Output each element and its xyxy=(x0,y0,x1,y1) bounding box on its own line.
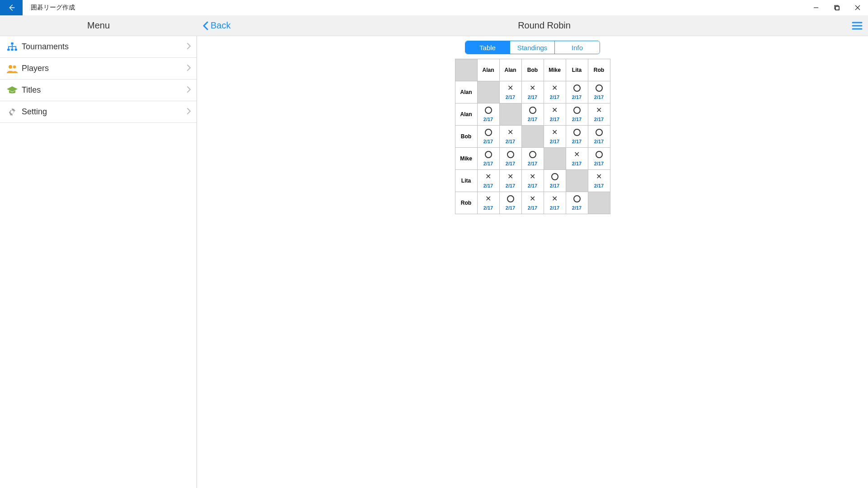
close-icon xyxy=(855,5,860,10)
view-segmented-control: Table Standings Info xyxy=(465,41,600,54)
result-cell[interactable]: 2/17 xyxy=(588,126,610,148)
result-date: 2/17 xyxy=(594,94,604,100)
sidebar-item-players[interactable]: Players xyxy=(0,58,197,80)
win-mark-icon xyxy=(573,195,581,202)
tab-info[interactable]: Info xyxy=(555,41,600,54)
window-maximize-button[interactable] xyxy=(826,0,847,15)
result-cell[interactable] xyxy=(544,148,566,170)
chevron-right-icon xyxy=(187,43,191,51)
result-date: 2/17 xyxy=(594,139,604,144)
arrow-left-icon xyxy=(7,4,15,12)
result-cell[interactable]: ✕2/17 xyxy=(544,126,566,148)
result-date: 2/17 xyxy=(506,161,515,166)
result-cell[interactable]: 2/17 xyxy=(477,103,499,126)
result-cell[interactable]: 2/17 xyxy=(499,148,521,170)
result-cell[interactable] xyxy=(499,103,521,126)
chevron-right-icon xyxy=(187,65,191,73)
loss-mark-icon: ✕ xyxy=(552,129,558,136)
sidebar-item-label: Players xyxy=(19,64,187,73)
svg-rect-3 xyxy=(11,42,13,45)
result-date: 2/17 xyxy=(506,205,515,211)
round-robin-table: AlanAlanBobMikeLitaRobAlan✕2/17✕2/17✕2/1… xyxy=(455,59,610,214)
result-cell[interactable]: ✕2/17 xyxy=(521,192,544,214)
result-cell[interactable]: 2/17 xyxy=(521,103,544,126)
result-date: 2/17 xyxy=(572,139,582,144)
result-date: 2/17 xyxy=(550,94,559,100)
result-cell[interactable] xyxy=(566,170,588,192)
minimize-icon xyxy=(813,5,819,10)
result-date: 2/17 xyxy=(572,161,582,166)
back-button-label: Back xyxy=(211,20,230,31)
result-date: 2/17 xyxy=(528,94,537,100)
svg-rect-6 xyxy=(14,48,17,51)
result-cell[interactable]: ✕2/17 xyxy=(588,103,610,126)
chevron-right-icon xyxy=(187,108,191,116)
result-cell[interactable]: ✕2/17 xyxy=(521,81,544,103)
svg-rect-4 xyxy=(7,48,9,51)
result-date: 2/17 xyxy=(506,183,515,188)
table-row-header: Lita xyxy=(455,170,477,192)
result-cell[interactable]: 2/17 xyxy=(566,192,588,214)
result-cell[interactable] xyxy=(521,126,544,148)
result-date: 2/17 xyxy=(528,205,537,211)
result-cell[interactable]: ✕2/17 xyxy=(521,170,544,192)
result-date: 2/17 xyxy=(572,117,582,122)
window-minimize-button[interactable] xyxy=(806,0,826,15)
table-col-header: Lita xyxy=(566,59,588,81)
table-row-header: Rob xyxy=(455,192,477,214)
sidebar-item-label: Titles xyxy=(19,85,187,95)
result-cell[interactable]: 2/17 xyxy=(499,192,521,214)
loss-mark-icon: ✕ xyxy=(485,173,491,180)
result-cell[interactable] xyxy=(588,192,610,214)
sidebar-item-label: Tournaments xyxy=(19,42,187,52)
result-date: 2/17 xyxy=(594,161,604,166)
result-cell[interactable]: 2/17 xyxy=(566,103,588,126)
result-cell[interactable]: ✕2/17 xyxy=(544,192,566,214)
result-cell[interactable]: 2/17 xyxy=(566,126,588,148)
sidebar: Tournaments Players Titles Setting xyxy=(0,36,197,488)
win-mark-icon xyxy=(551,173,558,180)
graduation-cap-icon xyxy=(5,86,19,94)
result-cell[interactable]: 2/17 xyxy=(477,126,499,148)
table-col-header: Mike xyxy=(544,59,566,81)
hamburger-menu-button[interactable] xyxy=(846,15,868,36)
result-cell[interactable]: ✕2/17 xyxy=(566,148,588,170)
tab-table[interactable]: Table xyxy=(465,41,510,54)
svg-rect-5 xyxy=(11,48,13,51)
result-cell[interactable]: 2/17 xyxy=(521,148,544,170)
table-col-header: Alan xyxy=(477,59,499,81)
table-corner-cell xyxy=(455,59,477,81)
menu-heading: Menu xyxy=(87,20,110,31)
result-cell[interactable]: 2/17 xyxy=(566,81,588,103)
result-cell[interactable]: 2/17 xyxy=(544,170,566,192)
sidebar-item-setting[interactable]: Setting xyxy=(0,101,197,123)
result-date: 2/17 xyxy=(483,205,493,211)
result-cell[interactable] xyxy=(477,81,499,103)
result-cell[interactable]: ✕2/17 xyxy=(477,170,499,192)
loss-mark-icon: ✕ xyxy=(530,173,535,180)
result-cell[interactable]: 2/17 xyxy=(588,81,610,103)
sidebar-item-titles[interactable]: Titles xyxy=(0,80,197,101)
tab-standings[interactable]: Standings xyxy=(510,41,555,54)
result-cell[interactable]: 2/17 xyxy=(477,148,499,170)
result-cell[interactable]: ✕2/17 xyxy=(499,81,521,103)
result-date: 2/17 xyxy=(483,139,493,144)
loss-mark-icon: ✕ xyxy=(596,107,602,114)
result-cell[interactable]: ✕2/17 xyxy=(499,126,521,148)
back-button[interactable]: Back xyxy=(197,15,242,36)
result-cell[interactable]: ✕2/17 xyxy=(477,192,499,214)
app-title: 囲碁リーグ作成 xyxy=(23,4,75,12)
sitemap-icon xyxy=(5,42,19,52)
window-close-button[interactable] xyxy=(847,0,868,15)
result-cell[interactable]: 2/17 xyxy=(588,148,610,170)
win-mark-icon xyxy=(485,129,492,136)
back-nav-button[interactable] xyxy=(0,0,23,15)
loss-mark-icon: ✕ xyxy=(507,129,513,136)
result-cell[interactable]: ✕2/17 xyxy=(544,81,566,103)
result-cell[interactable]: ✕2/17 xyxy=(544,103,566,126)
win-mark-icon xyxy=(596,84,603,92)
loss-mark-icon: ✕ xyxy=(552,195,558,202)
result-cell[interactable]: ✕2/17 xyxy=(588,170,610,192)
sidebar-item-tournaments[interactable]: Tournaments xyxy=(0,36,197,58)
result-cell[interactable]: ✕2/17 xyxy=(499,170,521,192)
